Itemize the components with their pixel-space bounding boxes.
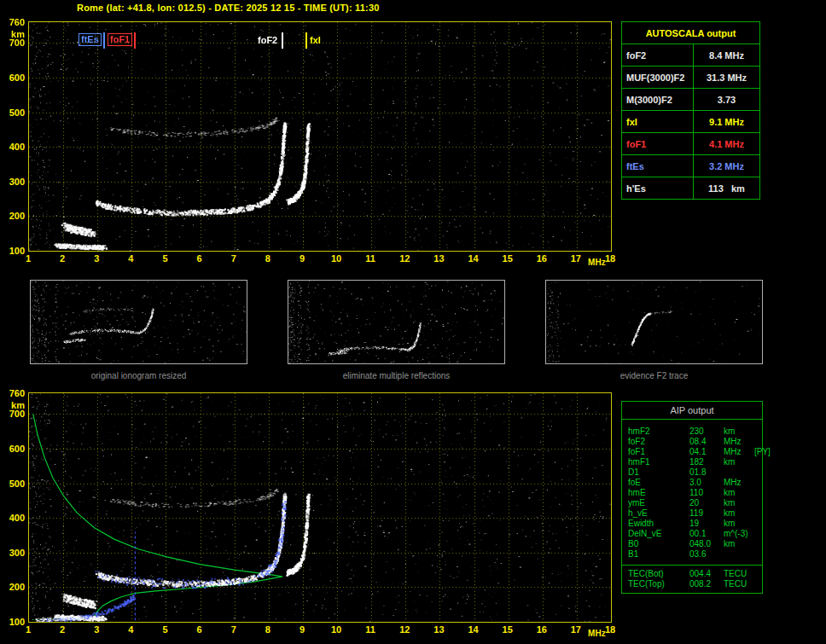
station-title: Rome (lat: +41.8, lon: 012.5) - DATE: 20… bbox=[77, 3, 380, 13]
x-tick: 2 bbox=[60, 253, 65, 264]
aip-row: foF104.1MHz[PY] bbox=[628, 447, 759, 457]
aip-tec-rows: TEC(Bot)004.4TECUTEC(Top)008.2TECU bbox=[622, 565, 762, 593]
ionogram-profile-plot bbox=[28, 392, 612, 623]
y-tick: 100 bbox=[9, 617, 25, 627]
aip-row: hmE110km bbox=[628, 488, 759, 498]
aip-param-value: 08.4 bbox=[689, 437, 724, 447]
x-tick: 6 bbox=[197, 624, 202, 635]
x-tick: 4 bbox=[128, 624, 133, 635]
aip-param-name: hmF1 bbox=[628, 457, 689, 467]
autoscala-param-value: 3.2 MHz bbox=[694, 155, 760, 177]
aip-param-name: hmF2 bbox=[628, 426, 689, 437]
aip-param-unit: km bbox=[724, 508, 754, 519]
aip-param-value: 119 bbox=[689, 508, 724, 519]
aip-row: B0048.0km bbox=[628, 539, 759, 549]
autoscala-row: foF14.1 MHz bbox=[622, 133, 760, 155]
thumb-eliminate-reflections-caption: eliminate multiple reflections bbox=[288, 371, 505, 380]
autoscala-param-label: foF2 bbox=[622, 44, 694, 67]
aip-param-unit: MHz bbox=[724, 447, 754, 457]
x-tick: 8 bbox=[265, 253, 270, 264]
x-tick: 2 bbox=[60, 624, 65, 635]
x-axis-unit: MHz bbox=[588, 629, 606, 638]
aip-param-flag bbox=[754, 529, 759, 539]
autoscala-param-label: h'Es bbox=[622, 177, 694, 200]
x-tick: 11 bbox=[365, 624, 375, 635]
autoscala-title-row: AUTOSCALA output bbox=[622, 22, 760, 44]
x-tick: 16 bbox=[537, 624, 547, 635]
x-tick: 8 bbox=[265, 624, 270, 635]
aip-param-flag bbox=[754, 539, 759, 549]
thumb-f2-trace-caption: evidence F2 trace bbox=[545, 371, 763, 380]
aip-param-name: TEC(Top) bbox=[628, 579, 689, 589]
x-tick: 6 bbox=[197, 253, 202, 264]
aip-param-name: B0 bbox=[628, 539, 689, 549]
thumb-f2-trace-canvas bbox=[546, 281, 762, 363]
aip-output-panel: AIP output hmF2230kmfoF208.4MHzfoF104.1M… bbox=[621, 401, 763, 594]
aip-param-value: 3.0 bbox=[689, 478, 724, 488]
autoscala-window: Rome (lat: +41.8, lon: 012.5) - DATE: 20… bbox=[0, 0, 826, 644]
aip-param-value: 004.4 bbox=[689, 569, 724, 579]
y-tick: 400 bbox=[9, 513, 25, 523]
aip-param-flag bbox=[754, 519, 759, 529]
y-tick: 600 bbox=[9, 73, 25, 83]
aip-param-name: Ewidth bbox=[628, 519, 689, 529]
ionogram-main-plot: ftEs foF1 foF2 fxI bbox=[28, 21, 612, 252]
aip-param-name: D1 bbox=[628, 467, 689, 478]
x-tick: 3 bbox=[94, 624, 99, 635]
aip-param-name: DelN_vE bbox=[628, 529, 689, 539]
autoscala-row: fxI9.1 MHz bbox=[622, 111, 760, 133]
x-tick: 5 bbox=[162, 253, 167, 264]
aip-row: foE3.0MHz bbox=[628, 478, 759, 488]
aip-param-unit: km bbox=[724, 457, 754, 467]
aip-param-flag bbox=[754, 549, 759, 560]
aip-param-unit: TECU bbox=[724, 579, 754, 589]
aip-param-unit: MHz bbox=[724, 437, 754, 447]
aip-param-unit: km bbox=[724, 488, 754, 498]
aip-param-value: 01.8 bbox=[689, 467, 724, 478]
x-axis-unit: MHz bbox=[588, 258, 606, 267]
aip-param-flag: [PY] bbox=[754, 447, 772, 457]
x-tick: 12 bbox=[399, 624, 410, 635]
aip-param-name: hmE bbox=[628, 488, 689, 498]
x-tick: 14 bbox=[468, 253, 478, 264]
thumb-original-canvas bbox=[31, 281, 247, 363]
autoscala-row: M(3000)F23.73 bbox=[622, 89, 760, 111]
y-tick: 500 bbox=[9, 479, 25, 489]
aip-param-value: 20 bbox=[689, 498, 724, 508]
autoscala-output-table: AUTOSCALA output foF28.4 MHzMUF(3000)F23… bbox=[621, 21, 760, 200]
aip-param-flag bbox=[754, 508, 759, 519]
aip-row: DelN_vE00.1m^(-3) bbox=[628, 529, 759, 539]
aip-param-flag bbox=[754, 426, 759, 437]
aip-tec-row: TEC(Bot)004.4TECU bbox=[628, 569, 759, 579]
autoscala-row: MUF(3000)F231.3 MHz bbox=[622, 67, 760, 89]
thumb-eliminate-reflections-canvas bbox=[288, 281, 504, 363]
aip-param-flag bbox=[754, 498, 759, 508]
autoscala-param-value: 31.3 MHz bbox=[694, 67, 760, 89]
aip-param-unit: m^(-3) bbox=[724, 529, 754, 539]
y-tick: 760 bbox=[9, 17, 25, 27]
aip-row: h_vE119km bbox=[628, 508, 759, 519]
ftEs-marker-label: ftEs bbox=[79, 33, 102, 46]
x-tick: 15 bbox=[503, 624, 513, 635]
aip-param-value: 048.0 bbox=[689, 539, 724, 549]
aip-param-flag bbox=[754, 467, 759, 478]
autoscala-row: ftEs3.2 MHz bbox=[622, 155, 760, 177]
foF1-marker-label: foF1 bbox=[108, 33, 132, 46]
autoscala-param-value: 3.73 bbox=[694, 89, 760, 111]
thumb-eliminate-reflections: eliminate multiple reflections bbox=[288, 280, 505, 380]
x-tick: 1 bbox=[26, 253, 31, 264]
aip-param-name: foF2 bbox=[628, 437, 689, 447]
x-tick: 10 bbox=[331, 624, 341, 635]
aip-param-name: foE bbox=[628, 478, 689, 488]
aip-rows: hmF2230kmfoF208.4MHzfoF104.1MHz[PY]hmF11… bbox=[622, 420, 762, 565]
thumb-original: original ionogram resized bbox=[30, 280, 247, 380]
aip-param-unit: km bbox=[724, 426, 754, 437]
aip-param-name: B1 bbox=[628, 549, 689, 560]
autoscala-param-value: 9.1 MHz bbox=[694, 111, 760, 133]
aip-param-unit: TECU bbox=[724, 569, 754, 579]
x-tick: 9 bbox=[300, 624, 305, 635]
x-tick: 14 bbox=[468, 624, 478, 635]
aip-row: foF208.4MHz bbox=[628, 437, 759, 447]
autoscala-param-label: foF1 bbox=[622, 133, 694, 155]
x-tick: 9 bbox=[300, 253, 305, 264]
